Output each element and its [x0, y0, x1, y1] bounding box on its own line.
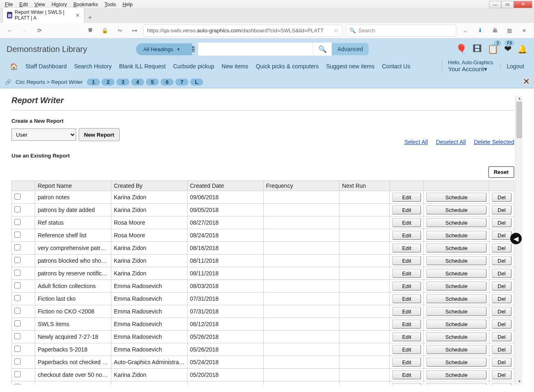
bookmark-star-icon[interactable]: ☆: [334, 27, 339, 34]
scroll-up-icon[interactable]: ▴: [516, 96, 523, 101]
row-checkbox[interactable]: [14, 308, 20, 314]
close-panel-icon[interactable]: ✕: [522, 77, 531, 86]
schedule-button[interactable]: Schedule: [426, 383, 486, 385]
browser-tab[interactable]: ▦ Report Writer | SWLS | PLATT | A ✕: [2, 7, 84, 23]
downloads-icon[interactable]: ⬇: [474, 25, 486, 36]
scroll-down-icon[interactable]: ▾: [516, 379, 523, 385]
select-all-link[interactable]: Select All: [404, 139, 428, 145]
delete-button[interactable]: Del: [492, 307, 511, 316]
window-maximize[interactable]: ▭: [501, 1, 514, 8]
account-box[interactable]: Hello, Auto-Graphics Your Account▾: [442, 60, 493, 73]
lists-icon[interactable]: 📋3: [487, 44, 498, 54]
history-pill[interactable]: 1: [87, 79, 100, 86]
pocket-icon[interactable]: ⌄: [459, 25, 471, 36]
schedule-button[interactable]: Schedule: [426, 218, 486, 227]
edit-button[interactable]: Edit: [392, 231, 421, 240]
browser-search-box[interactable]: 🔍 Search: [346, 25, 456, 37]
delete-button[interactable]: Del: [492, 218, 511, 227]
edit-button[interactable]: Edit: [392, 370, 421, 379]
row-checkbox[interactable]: [14, 358, 20, 365]
nav-suggest[interactable]: Suggest new items: [326, 63, 374, 70]
delete-button[interactable]: Del: [492, 269, 511, 278]
edit-button[interactable]: Edit: [392, 383, 421, 385]
row-checkbox[interactable]: [14, 206, 20, 212]
col-created-date[interactable]: Created Date: [187, 181, 263, 191]
history-pill[interactable]: 6: [161, 79, 174, 86]
delete-button[interactable]: Del: [492, 282, 511, 291]
menu-help[interactable]: Help: [119, 1, 136, 8]
delete-button[interactable]: Del: [492, 345, 511, 354]
schedule-button[interactable]: Schedule: [426, 243, 486, 252]
delete-button[interactable]: Del: [492, 256, 511, 265]
row-checkbox[interactable]: [14, 295, 20, 301]
row-checkbox[interactable]: [14, 219, 20, 225]
deselect-all-link[interactable]: Deselect All: [436, 139, 466, 145]
bell-icon[interactable]: 🔔: [517, 44, 527, 54]
reader-toggle-icon[interactable]: ⇋: [114, 25, 125, 36]
report-type-select[interactable]: User: [11, 128, 76, 141]
window-close[interactable]: ✕: [514, 1, 532, 8]
schedule-button[interactable]: Schedule: [426, 320, 486, 329]
delete-button[interactable]: Del: [492, 370, 511, 379]
film-icon[interactable]: 🎞: [473, 44, 482, 54]
feedback-fab-icon[interactable]: ◀: [510, 233, 522, 244]
schedule-button[interactable]: Schedule: [426, 294, 486, 303]
nav-search-history[interactable]: Search History: [74, 63, 112, 70]
row-checkbox[interactable]: [14, 384, 20, 385]
new-tab-button[interactable]: +: [84, 14, 96, 23]
delete-button[interactable]: Del: [492, 294, 511, 303]
url-bar[interactable]: https://qa-swls.verso.auto-graphics.com/…: [143, 25, 342, 37]
nav-contact[interactable]: Contact Us: [382, 63, 410, 70]
search-button[interactable]: 🔍: [313, 43, 332, 56]
history-pill[interactable]: L: [190, 79, 203, 86]
delete-button[interactable]: Del: [492, 231, 511, 240]
reset-button[interactable]: Reset: [488, 166, 514, 178]
schedule-button[interactable]: Schedule: [426, 282, 486, 291]
sidebar-icon[interactable]: ▥: [504, 25, 515, 36]
delete-selected-link[interactable]: Delete Selected: [474, 139, 514, 145]
history-pill[interactable]: 4: [131, 79, 144, 86]
edit-button[interactable]: Edit: [392, 332, 421, 341]
nav-new-items[interactable]: New items: [222, 63, 248, 70]
delete-button[interactable]: Del: [492, 193, 511, 202]
history-pill[interactable]: 3: [116, 79, 129, 86]
schedule-button[interactable]: Schedule: [426, 205, 486, 214]
schedule-button[interactable]: Schedule: [426, 370, 486, 379]
reload-button[interactable]: ⟳: [34, 25, 45, 36]
favorites-icon[interactable]: ❤F9: [504, 44, 511, 54]
window-minimize[interactable]: —: [489, 1, 501, 8]
edit-button[interactable]: Edit: [392, 320, 421, 329]
logout-link[interactable]: Logout: [500, 63, 524, 70]
row-checkbox[interactable]: [14, 270, 20, 276]
edit-button[interactable]: Edit: [392, 269, 421, 278]
schedule-button[interactable]: Schedule: [426, 358, 486, 367]
delete-button[interactable]: Del: [492, 320, 511, 329]
home-icon[interactable]: 🏠: [10, 63, 18, 70]
edit-button[interactable]: Edit: [392, 243, 421, 252]
print-icon[interactable]: 🖶: [489, 25, 500, 36]
row-checkbox[interactable]: [14, 194, 20, 200]
edit-button[interactable]: Edit: [392, 218, 421, 227]
edit-button[interactable]: Edit: [392, 294, 421, 303]
delete-button[interactable]: Del: [492, 205, 511, 214]
hamburger-icon[interactable]: ≡: [518, 25, 530, 36]
headings-dropdown[interactable]: All Headings ▾: [136, 43, 192, 55]
schedule-button[interactable]: Schedule: [426, 193, 486, 202]
schedule-button[interactable]: Schedule: [426, 332, 486, 341]
col-created-by[interactable]: Created By: [111, 181, 187, 191]
schedule-button[interactable]: Schedule: [426, 231, 486, 240]
delete-button[interactable]: Del: [492, 358, 511, 367]
col-report-name[interactable]: Report Name: [35, 181, 111, 191]
delete-button[interactable]: Del: [492, 332, 511, 341]
row-checkbox[interactable]: [14, 232, 20, 238]
edit-button[interactable]: Edit: [392, 205, 421, 214]
nav-quick-picks[interactable]: Quick picks & computers: [256, 63, 319, 70]
delete-button[interactable]: Del: [492, 383, 511, 385]
menu-tools[interactable]: Tools: [101, 1, 119, 8]
row-checkbox[interactable]: [14, 244, 20, 250]
delete-button[interactable]: Del: [492, 243, 511, 252]
schedule-button[interactable]: Schedule: [426, 269, 486, 278]
edit-button[interactable]: Edit: [392, 345, 421, 354]
nav-curbside[interactable]: Curbside pickup: [173, 63, 214, 70]
key-icon[interactable]: ⊶: [129, 25, 140, 36]
